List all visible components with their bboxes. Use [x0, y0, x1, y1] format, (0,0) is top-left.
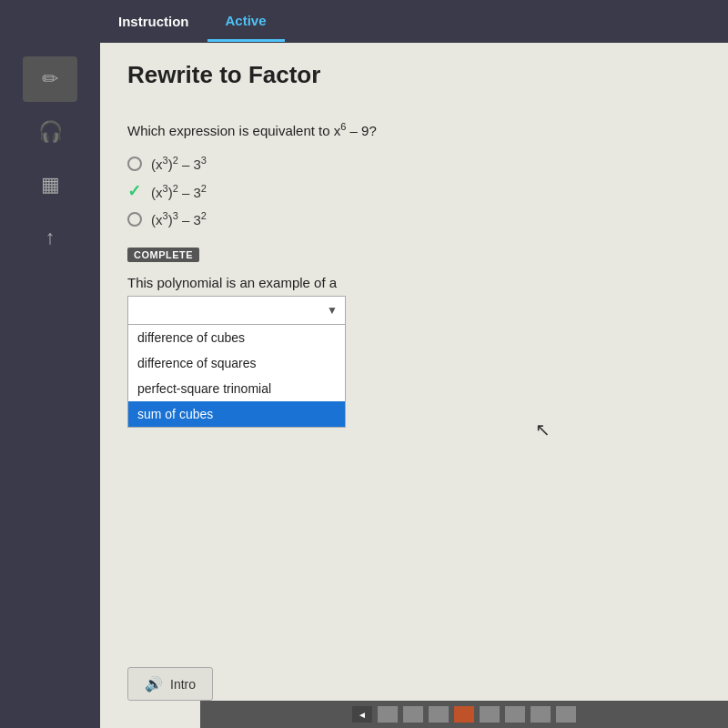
dropdown-option-perfect-square[interactable]: perfect-square trinomial: [128, 376, 345, 401]
tab-instruction[interactable]: Instruction: [100, 3, 207, 40]
page-btn-3[interactable]: [429, 706, 449, 723]
tab-bar: Instruction Active: [0, 0, 728, 43]
intro-button[interactable]: 🔊 Intro: [127, 667, 213, 701]
dropdown-option-sum-cubes[interactable]: sum of cubes: [128, 401, 345, 427]
pencil-icon[interactable]: ✏: [23, 56, 77, 102]
option-2[interactable]: ✓ (x3)2 – 32: [127, 181, 701, 201]
question-text: Which expression is equivalent to x6 – 9…: [127, 121, 701, 138]
dropdown-option-difference-cubes[interactable]: difference of cubes: [128, 325, 345, 350]
option-2-label: (x3)2 – 32: [151, 183, 207, 200]
intro-button-label: Intro: [170, 677, 196, 692]
main-content: Rewrite to Factor Which expression is eq…: [100, 43, 728, 728]
page-btn-2[interactable]: [403, 706, 423, 723]
page-btn-4[interactable]: [454, 706, 474, 723]
radio-3[interactable]: [127, 212, 142, 227]
dropdown-list[interactable]: difference of cubes difference of square…: [127, 325, 346, 428]
dropdown-option-difference-squares[interactable]: difference of squares: [128, 350, 345, 376]
back-button[interactable]: ◄: [352, 706, 372, 723]
upload-icon[interactable]: ↑: [23, 215, 77, 260]
dropdown-wrapper[interactable]: ▼ difference of cubes difference of squa…: [127, 296, 346, 325]
tab-active[interactable]: Active: [207, 2, 285, 42]
calculator-icon[interactable]: ▦: [23, 162, 77, 207]
chevron-down-icon: ▼: [327, 304, 338, 317]
dropdown-trigger[interactable]: ▼: [127, 296, 346, 325]
page-btn-5[interactable]: [480, 706, 500, 723]
headphones-icon[interactable]: 🎧: [23, 109, 77, 155]
sidebar: ✏ 🎧 ▦ ↑: [0, 43, 100, 728]
complete-badge: COMPLETE: [127, 248, 199, 262]
speaker-icon: 🔊: [145, 675, 163, 693]
option-1-label: (x3)2 – 33: [151, 155, 207, 172]
page-btn-6[interactable]: [505, 706, 525, 723]
option-1[interactable]: (x3)2 – 33: [127, 155, 701, 172]
page-btn-7[interactable]: [531, 706, 551, 723]
bottom-nav: ◄: [200, 701, 728, 728]
option-3-label: (x3)3 – 32: [151, 210, 207, 228]
radio-1[interactable]: [127, 157, 142, 171]
option-3[interactable]: (x3)3 – 32: [127, 210, 701, 228]
page-btn-8[interactable]: [556, 706, 576, 723]
options-list: (x3)2 – 33 ✓ (x3)2 – 32 (x3)3 – 32: [127, 155, 701, 228]
page-btn-1[interactable]: [378, 706, 398, 723]
checkmark-2: ✓: [127, 181, 142, 201]
dropdown-label: This polynomial is an example of a: [127, 275, 701, 290]
page-title: Rewrite to Factor: [127, 61, 701, 98]
